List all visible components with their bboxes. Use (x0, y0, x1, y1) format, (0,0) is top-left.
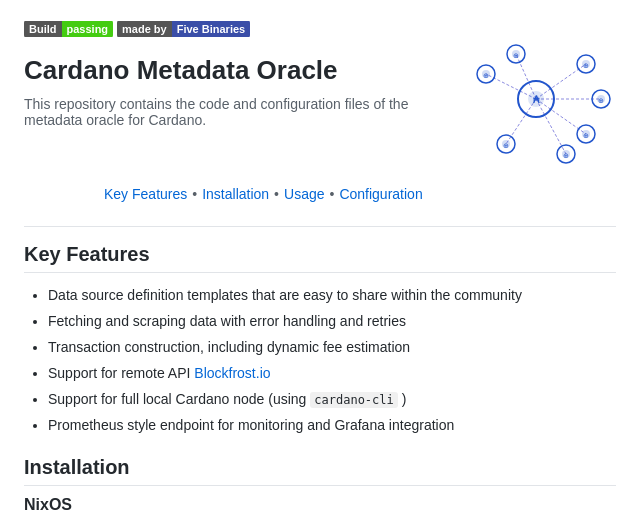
build-label: Build (24, 21, 62, 37)
network-diagram: ₳ ⊕ ⊕ ⊕ ⊕ ⊕ ⊕ ⊕ (456, 44, 616, 174)
feature-text-4-before: Support for remote API (48, 365, 194, 381)
svg-line-3 (506, 99, 536, 144)
feature-text-2: Fetching and scraping data with error ha… (48, 313, 406, 329)
key-features-section: Key Features Data source definition temp… (24, 243, 616, 436)
svg-text:⊕: ⊕ (483, 72, 489, 79)
feature-text-6: Prometheus style endpoint for monitoring… (48, 417, 454, 433)
nav-sep-2: • (274, 186, 279, 202)
made-by-label: made by (117, 21, 172, 37)
header-area: Cardano Metadata Oracle This repository … (24, 54, 616, 174)
build-badge: Build passing (24, 20, 113, 38)
nav-links: Key Features • Installation • Usage • Co… (24, 186, 616, 202)
svg-text:⊕: ⊕ (513, 52, 519, 59)
feature-text-5-after: ) (398, 391, 407, 407)
svg-text:⊕: ⊕ (503, 142, 509, 149)
page-description: This repository contains the code and co… (24, 96, 446, 128)
nav-link-configuration[interactable]: Configuration (339, 186, 422, 202)
installation-title: Installation (24, 456, 616, 486)
svg-text:₳: ₳ (533, 94, 540, 105)
list-item: Support for full local Cardano node (usi… (48, 389, 616, 410)
svg-text:⊕: ⊕ (583, 62, 589, 69)
feature-text-3: Transaction construction, including dyna… (48, 339, 410, 355)
features-list: Data source definition templates that ar… (24, 285, 616, 436)
nav-sep-1: • (192, 186, 197, 202)
divider-1 (24, 226, 616, 227)
svg-text:⊕: ⊕ (598, 97, 604, 104)
list-item: Prometheus style endpoint for monitoring… (48, 415, 616, 436)
page-title: Cardano Metadata Oracle (24, 54, 446, 88)
nav-link-installation[interactable]: Installation (202, 186, 269, 202)
list-item: Support for remote API Blockfrost.io (48, 363, 616, 384)
installation-section: Installation NixOS If you are not runnin… (24, 456, 616, 514)
svg-text:⊕: ⊕ (563, 152, 569, 159)
svg-text:⊕: ⊕ (583, 132, 589, 139)
nav-link-usage[interactable]: Usage (284, 186, 324, 202)
made-by-badge: made by Five Binaries (117, 20, 250, 38)
cardano-cli-code: cardano-cli (310, 392, 397, 408)
feature-text-1: Data source definition templates that ar… (48, 287, 522, 303)
badge-row: Build passing made by Five Binaries (24, 20, 616, 38)
nav-sep-3: • (329, 186, 334, 202)
list-item: Transaction construction, including dyna… (48, 337, 616, 358)
blockfrost-link[interactable]: Blockfrost.io (194, 365, 270, 381)
list-item: Data source definition templates that ar… (48, 285, 616, 306)
header-text: Cardano Metadata Oracle This repository … (24, 54, 446, 140)
list-item: Fetching and scraping data with error ha… (48, 311, 616, 332)
nixos-subtitle: NixOS (24, 496, 616, 514)
feature-text-5-before: Support for full local Cardano node (usi… (48, 391, 310, 407)
build-status: passing (62, 21, 114, 37)
nav-link-key-features[interactable]: Key Features (104, 186, 187, 202)
five-binaries-label: Five Binaries (172, 21, 250, 37)
key-features-title: Key Features (24, 243, 616, 273)
